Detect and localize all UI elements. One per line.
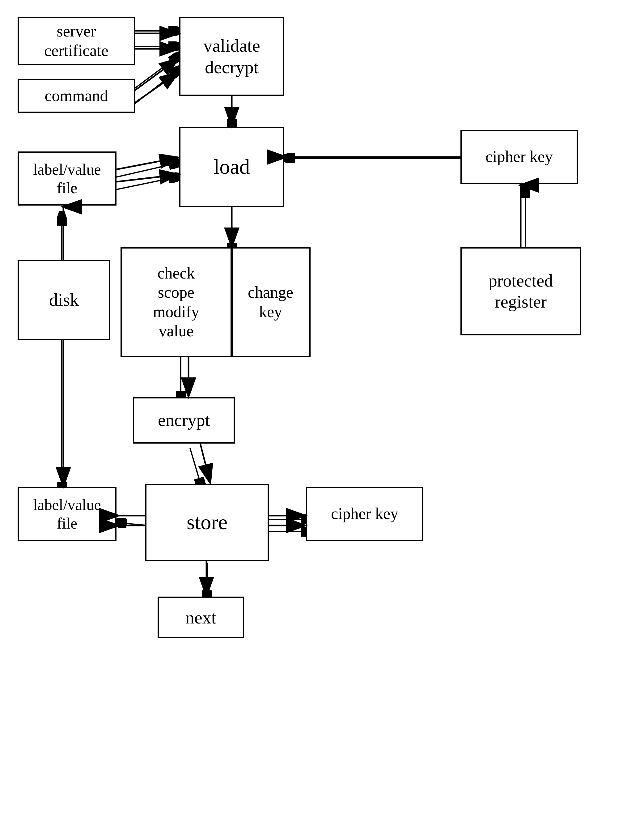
store-box: store [145,484,269,561]
disk-label: disk [49,289,79,311]
cipher-key-top-label: cipher key [485,147,553,166]
command-box: command [18,79,135,113]
cipher-key-bottom-box: cipher key [306,487,423,541]
diagram: servercertificate command validatedecryp… [0,0,644,838]
disk-box: disk [18,260,110,340]
arrows-layer [0,0,644,838]
svg-line-4 [135,54,181,88]
protected-register-box: protectedregister [460,247,581,335]
label-value-file-top-box: label/valuefile [18,151,117,205]
encrypt-box: encrypt [133,397,235,444]
label-value-file-top-label: label/valuefile [33,160,101,197]
next-box: next [158,596,244,638]
change-key-box: changekey [232,247,310,357]
store-label: store [187,510,227,535]
load-box: load [179,127,284,207]
svg-line-5 [135,68,181,104]
protected-register-label: protectedregister [489,271,553,312]
encrypt-label: encrypt [158,410,210,431]
svg-line-8 [113,176,181,190]
load-label: load [214,154,250,179]
command-label: command [44,86,108,105]
change-key-label: changekey [248,283,293,322]
validate-decrypt-box: validatedecrypt [179,17,284,96]
label-value-file-bottom-box: label/valuefile [18,487,117,541]
next-label: next [186,607,216,628]
check-scope-box: checkscopemodifyvalue [120,247,232,357]
svg-line-14 [114,523,148,526]
server-certificate-label: servercertificate [44,21,108,60]
check-scope-label: checkscopemodifyvalue [153,264,199,341]
svg-line-7 [113,162,181,178]
server-certificate-box: servercertificate [18,17,135,65]
label-value-file-bottom-label: label/valuefile [33,496,101,532]
cipher-key-bottom-label: cipher key [331,504,398,523]
cipher-key-top-box: cipher key [460,130,578,184]
validate-decrypt-label: validatedecrypt [203,35,260,78]
